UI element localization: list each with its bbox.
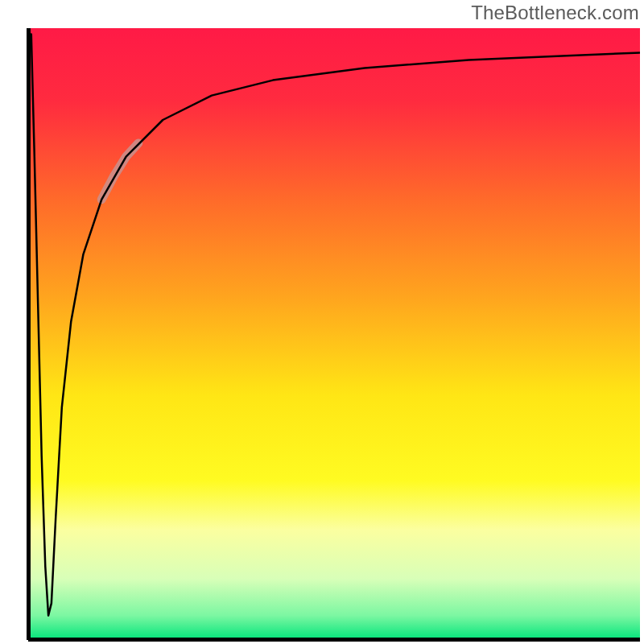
watermark-text: TheBottleneck.com xyxy=(471,2,639,24)
y-axis xyxy=(27,28,31,640)
bottleneck-curve xyxy=(31,35,640,616)
plot-area xyxy=(28,28,640,640)
chart-frame: TheBottleneck.com xyxy=(0,0,644,644)
x-axis xyxy=(28,638,640,642)
